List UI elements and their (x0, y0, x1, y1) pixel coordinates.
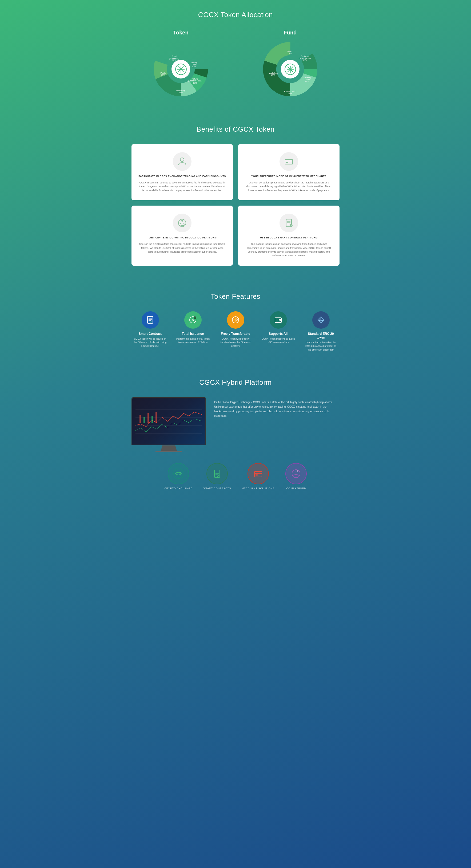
feature-item-4: Supports All CGCX Token supports all typ… (261, 311, 296, 344)
features-section: Token Features Smart Contract CGCX Token… (132, 292, 339, 352)
platform-name-3: MERCHANT SOLUTIONS (242, 487, 274, 490)
page-wrapper: CGCX Token Allocation Token (126, 0, 345, 516)
hybrid-title: CGCX Hybrid Platform (132, 378, 339, 386)
fund-donut-center (281, 60, 300, 79)
svg-point-36 (279, 320, 280, 321)
benefit-card-title-3: PARTICIPATE IN ICO VOTING IN CGCX ICO PL… (148, 236, 216, 239)
ethereum-icon (316, 316, 325, 324)
svg-rect-11 (285, 159, 293, 164)
platform-item-3: MERCHANT SOLUTIONS (242, 463, 274, 490)
monitor-screen (132, 397, 206, 445)
smart-contract-icon (146, 316, 155, 324)
benefit-icon-3 (173, 214, 192, 232)
token-donut-wrapper: Seed (Founders) 10% Vesting (Team) 10% F… (152, 40, 210, 98)
divider-2 (132, 282, 339, 292)
benefit-card-1: PARTICIPATE IN CGCX EXCHANGE TRADING AND… (132, 144, 233, 200)
benefit-card-4: ✓ USE IN CGCX SMART CONTRACT PLATFORM Ou… (238, 206, 339, 266)
benefit-card-title-4: USE IN CGCX SMART CONTRACT PLATFORM (260, 236, 317, 239)
candle-5 (156, 412, 157, 423)
platform-icon-2 (206, 463, 228, 484)
benefit-card-2: YOUR PREFERRED MODE OF PAYMENT WITH MERC… (238, 144, 339, 200)
svg-point-46 (174, 469, 183, 478)
ico-icon: $ (291, 468, 301, 479)
fund-label-mktg2: 20% (271, 74, 275, 76)
token-allocation-section: CGCX Token Allocation Token (132, 11, 339, 98)
feature-item-2: $ + Total Issuance Platform maintains a … (175, 311, 210, 344)
feature-name-4: Supports All (269, 332, 288, 336)
fund-label-working3: 20% (305, 80, 309, 83)
transfer-icon (231, 316, 240, 324)
feature-desc-2: Platform maintains a total token issuanc… (175, 337, 210, 344)
benefit-card-title-1: PARTICIPATE IN CGCX EXCHANGE TRADING AND… (138, 175, 226, 178)
benefit-icon-1 (173, 152, 192, 171)
benefit-icon-2 (279, 152, 298, 171)
token-chart-label: Token (173, 30, 188, 36)
benefit-icon-4: ✓ (279, 214, 298, 232)
platform-icon-3 (247, 463, 269, 484)
person-icon (177, 157, 187, 166)
feature-item-3: Freely Transferable CGCX Token will be f… (218, 311, 253, 348)
feature-name-1: Smart Contract (139, 332, 162, 336)
monitor-base (156, 451, 182, 452)
token-center-icon (175, 63, 187, 75)
benefit-card-3: PARTICIPATE IN ICO VOTING IN CGCX ICO PL… (132, 206, 233, 266)
feature-name-5: Standard ERC 20 token (304, 332, 338, 339)
benefit-card-text-3: Users in the CGCX platform can vote for … (138, 242, 226, 254)
platform-icon-1 (168, 463, 189, 484)
fund-label-team2: 15% (288, 52, 292, 55)
feature-desc-5: CGCX token is based on the ERC 20 standa… (304, 341, 338, 352)
hybrid-content: Calfin Global Crypto Exchange - CGCX, of… (132, 397, 339, 452)
svg-rect-13 (286, 162, 288, 163)
feature-name-2: Total Issuance (182, 332, 204, 336)
feature-icon-5 (312, 311, 330, 329)
fund-chart-container: Fund Team 15% (261, 30, 319, 98)
benefits-grid: PARTICIPATE IN CGCX EXCHANGE TRADING AND… (132, 144, 339, 266)
token-chart-container: Token Seed (F (152, 30, 210, 98)
platform-item-1: CRYPTO EXCHANGE (164, 463, 192, 490)
platform-icons: CRYPTO EXCHANGE SMART CONTRACTS (132, 463, 339, 490)
benefits-section: Benefits of CGCX Token PARTICIPATE IN CG… (132, 125, 339, 266)
candle-4 (152, 416, 153, 423)
svg-point-15 (181, 220, 183, 222)
platform-icon-4: $ (285, 463, 307, 484)
divider-3 (132, 368, 339, 378)
token-label-vesting3: 10% (192, 65, 196, 68)
card-icon (284, 157, 294, 166)
feature-item-5: Standard ERC 20 token CGCX token is base… (304, 311, 338, 352)
fund-label-bizdev3: 15% (303, 59, 307, 61)
fund-center-icon (284, 63, 296, 75)
fund-label-rd2: 30% (288, 92, 292, 95)
candle-3 (147, 413, 149, 423)
svg-rect-53 (256, 474, 258, 475)
benefit-card-text-4: Our platform includes smart contracts, i… (245, 242, 333, 258)
feature-desc-3: CGCX Token will be freely transferable o… (218, 337, 253, 348)
features-row: Smart Contract CGCX Token will be issued… (132, 311, 339, 352)
token-label-future3: 19% (193, 82, 197, 84)
merchant-icon (253, 468, 264, 479)
issuance-icon: $ + (189, 316, 197, 324)
benefit-card-title-2: YOUR PREFERRED MODE OF PAYMENT WITH MERC… (251, 175, 327, 178)
svg-text:$: $ (297, 470, 298, 472)
hybrid-section: CGCX Hybrid Platform (132, 378, 339, 490)
fund-chart-label: Fund (284, 30, 297, 36)
token-allocation-title: CGCX Token Allocation (132, 11, 339, 19)
token-donut-center (171, 60, 190, 79)
svg-point-56 (295, 471, 297, 473)
benefit-card-text-1: CGCX Tokens can be used to pay the trans… (138, 181, 226, 192)
contract-icon: ✓ (284, 218, 294, 228)
svg-text:✓: ✓ (291, 225, 292, 227)
hybrid-monitor (132, 397, 206, 452)
svg-point-10 (180, 158, 184, 161)
feature-icon-2: $ + (184, 311, 202, 329)
red-chart-line (135, 412, 202, 427)
svg-text:+: + (195, 317, 196, 319)
divider-1 (132, 115, 339, 125)
monitor-stand (161, 445, 177, 451)
hybrid-desc-text: Calfin Global Crypto Exchange - CGCX, of… (214, 400, 339, 418)
platform-name-2: SMART CONTRACTS (203, 487, 231, 490)
feature-desc-4: CGCX Token supports all types of Ethereu… (261, 337, 296, 344)
benefits-title: Benefits of CGCX Token (132, 125, 339, 133)
smart-contracts-icon (212, 468, 223, 479)
wallet-icon (274, 316, 282, 324)
platform-item-2: SMART CONTRACTS (203, 463, 231, 490)
